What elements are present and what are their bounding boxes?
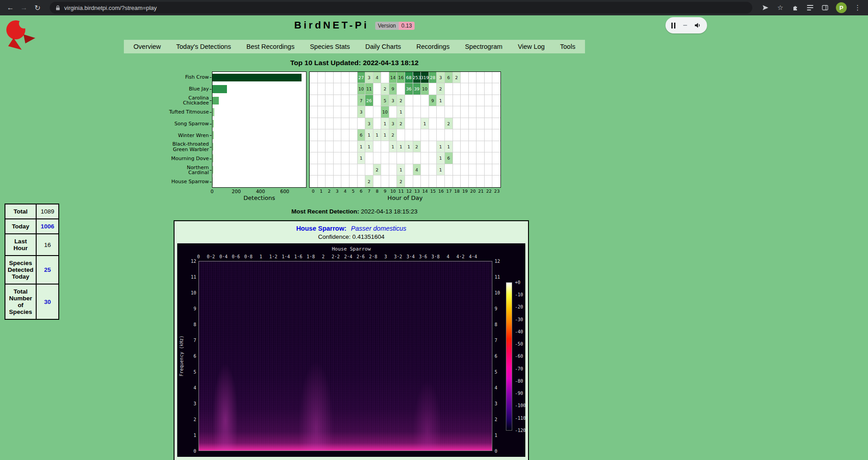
detection-confidence: Confidence: 0.41351604 [175, 233, 528, 240]
heatmap-cell [365, 152, 373, 164]
hour-axis-tick: 17 [446, 189, 452, 194]
spec-freq-tick-right: 4 [495, 385, 497, 390]
species-label: Black-throated Green Warbler [169, 141, 212, 153]
spec-time-tick: 1·8 [307, 254, 315, 259]
stat-value[interactable]: 25 [36, 256, 59, 284]
spectrogram-colorbar [506, 282, 512, 431]
address-bar[interactable]: virginia.birdnetpi.com/?stream=play [50, 2, 752, 14]
spectrogram-plot [198, 261, 492, 451]
nav-item-spectrogram[interactable]: Spectrogram [457, 40, 510, 53]
reload-icon[interactable]: ↻ [32, 2, 43, 14]
hour-axis-tick: 15 [430, 189, 436, 194]
heatmap-cell: 10 [358, 83, 366, 95]
heatmap-cell [485, 164, 493, 175]
nav-item-overview[interactable]: Overview [126, 40, 168, 53]
heatmap-cell: 3 [358, 106, 366, 118]
heatmap-cell [421, 164, 429, 175]
species-label: Blue Jay [169, 83, 212, 95]
heatmap-cell: 1 [437, 152, 445, 164]
spec-freq-tick-left: 0 [177, 448, 196, 453]
heatmap-cell [453, 164, 461, 175]
top10-heading: Top 10 Last Updated: 2022-04-13 18:12 [0, 59, 709, 67]
spec-freq-tick-left: 5 [177, 369, 196, 374]
species-label: Carolina Chickadee [169, 95, 212, 106]
heatmap-cell [373, 175, 382, 187]
heatmap-cell [461, 152, 469, 164]
reading-list-icon[interactable] [806, 4, 814, 12]
heatmap-cell [469, 175, 477, 187]
version-badge-label: Version [375, 22, 399, 30]
heatmap-cell [318, 152, 326, 164]
heatmap-cell: 2 [365, 175, 373, 187]
heatmap-cell [318, 129, 326, 141]
heatmap-cell [421, 141, 429, 152]
heatmap-cell [381, 164, 389, 175]
heatmap-cell [453, 118, 461, 129]
browser-toolbar: ← → ↻ virginia.birdnetpi.com/?stream=pla… [0, 0, 868, 15]
heatmap-cell [453, 141, 461, 152]
heatmap-cell [349, 141, 358, 152]
spec-freq-tick-left: 7 [177, 337, 196, 342]
heatmap-cell: 2 [445, 118, 453, 129]
nav-item-view-log[interactable]: View Log [510, 40, 552, 53]
heatmap-cell [492, 118, 500, 129]
nav-item-recordings[interactable]: Recordings [409, 40, 457, 53]
nav-item-tools[interactable]: Tools [552, 40, 583, 53]
heatmap-cell [485, 129, 493, 141]
spec-freq-tick-right: 6 [495, 353, 497, 358]
detections-bar [212, 85, 227, 93]
nav-item-best-recordings[interactable]: Best Recordings [239, 40, 302, 53]
heatmap-cell [318, 72, 326, 83]
send-icon[interactable] [761, 4, 769, 12]
heatmap-cell [341, 106, 349, 118]
heatmap-cell: 1 [381, 118, 389, 129]
heatmap-cell [453, 95, 461, 106]
species-latin-link[interactable]: Passer domesticus [351, 225, 406, 232]
bookmark-star-icon[interactable]: ☆ [776, 4, 784, 12]
heatmap-cell: 27 [358, 72, 366, 83]
heatmap-cell [397, 129, 405, 141]
spec-time-tick: 1·4 [282, 254, 290, 259]
heatmap-cell: 3 [437, 72, 445, 83]
heatmap-cell: 1 [373, 129, 382, 141]
nav-item-species-stats[interactable]: Species Stats [302, 40, 358, 53]
nav-item-today-s-detections[interactable]: Today's Detections [169, 40, 239, 53]
detections-bar [212, 108, 214, 116]
extensions-puzzle-icon[interactable] [791, 4, 799, 12]
heatmap-cell [405, 175, 413, 187]
bar-row [212, 129, 306, 141]
spec-freq-tick-right: 7 [495, 337, 497, 342]
heatmap-cell: 4 [413, 164, 421, 175]
kebab-menu-icon[interactable]: ⋮ [854, 4, 862, 12]
heatmap-cell [349, 95, 358, 106]
side-panel-icon[interactable] [821, 4, 829, 12]
heatmap-cell [413, 106, 421, 118]
most-recent-detection: Most Recent Detection: 2022-04-13 18:15:… [0, 208, 709, 215]
heatmap-cell: 1 [358, 141, 366, 152]
stat-value[interactable]: 1006 [36, 219, 59, 234]
heatmap-cell [405, 129, 413, 141]
stat-value[interactable]: 30 [36, 284, 59, 319]
forward-icon[interactable]: → [18, 2, 30, 14]
heatmap-cell [413, 95, 421, 106]
heatmap-cell [476, 72, 485, 83]
heatmap-cell [485, 141, 493, 152]
heatmap-cell [341, 164, 349, 175]
stats-table: Total1089Today1006Last Hour16Species Det… [5, 204, 59, 320]
heatmap-cell [453, 129, 461, 141]
heatmap-cell [310, 164, 318, 175]
spec-time-tick: 3·8 [431, 254, 439, 259]
species-common-link[interactable]: House Sparrow: [296, 225, 346, 232]
profile-avatar[interactable]: P [836, 2, 847, 13]
stat-value: 1089 [36, 204, 59, 219]
heatmap-axis-label: Hour of Day [309, 194, 501, 201]
colorbar-tick: +0 [515, 280, 520, 285]
heatmap-cell: 7 [358, 95, 366, 106]
heatmap-cell [349, 164, 358, 175]
nav-item-daily-charts[interactable]: Daily Charts [358, 40, 409, 53]
bar-row [212, 152, 306, 164]
species-label: Mourning Dove [169, 153, 212, 165]
back-icon[interactable]: ← [5, 2, 16, 14]
spec-time-tick: 2·6 [357, 254, 365, 259]
spec-freq-tick-right: 9 [495, 306, 497, 311]
